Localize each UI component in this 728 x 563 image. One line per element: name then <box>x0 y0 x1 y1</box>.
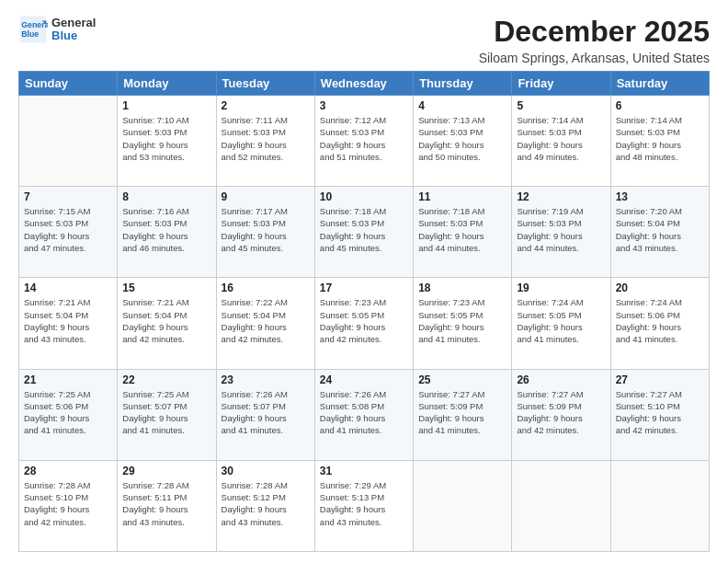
calendar-week-row: 14Sunrise: 7:21 AM Sunset: 5:04 PM Dayli… <box>19 278 710 369</box>
calendar-week-row: 1Sunrise: 7:10 AM Sunset: 5:03 PM Daylig… <box>19 96 710 187</box>
calendar-cell: 4Sunrise: 7:13 AM Sunset: 5:03 PM Daylig… <box>414 96 512 187</box>
svg-text:Blue: Blue <box>21 29 39 39</box>
day-number: 2 <box>222 99 310 112</box>
title-area: December 2025 Siloam Springs, Arkansas, … <box>479 15 710 65</box>
day-info: Sunrise: 7:13 AM Sunset: 5:03 PM Dayligh… <box>418 114 506 163</box>
calendar-cell: 1Sunrise: 7:10 AM Sunset: 5:03 PM Daylig… <box>118 96 216 187</box>
day-number: 10 <box>320 190 408 203</box>
calendar-cell: 28Sunrise: 7:28 AM Sunset: 5:10 PM Dayli… <box>19 460 118 551</box>
weekday-header: Sunday <box>19 72 118 96</box>
day-number: 29 <box>122 465 210 477</box>
calendar-cell <box>610 460 709 551</box>
calendar-cell: 10Sunrise: 7:18 AM Sunset: 5:03 PM Dayli… <box>314 187 413 278</box>
day-info: Sunrise: 7:28 AM Sunset: 5:10 PM Dayligh… <box>24 479 112 528</box>
day-number: 19 <box>517 282 605 294</box>
calendar-week-row: 28Sunrise: 7:28 AM Sunset: 5:10 PM Dayli… <box>19 460 710 551</box>
day-number: 15 <box>122 282 210 294</box>
calendar-cell: 6Sunrise: 7:14 AM Sunset: 5:03 PM Daylig… <box>610 96 709 187</box>
day-info: Sunrise: 7:12 AM Sunset: 5:03 PM Dayligh… <box>320 114 408 163</box>
calendar-cell: 22Sunrise: 7:25 AM Sunset: 5:07 PM Dayli… <box>118 369 216 460</box>
day-number: 17 <box>320 282 408 294</box>
day-number: 27 <box>616 373 704 386</box>
day-number: 23 <box>222 373 310 386</box>
day-info: Sunrise: 7:23 AM Sunset: 5:05 PM Dayligh… <box>418 296 506 345</box>
calendar-cell: 27Sunrise: 7:27 AM Sunset: 5:10 PM Dayli… <box>610 369 709 460</box>
calendar-week-row: 7Sunrise: 7:15 AM Sunset: 5:03 PM Daylig… <box>19 187 710 278</box>
day-info: Sunrise: 7:25 AM Sunset: 5:06 PM Dayligh… <box>24 388 112 437</box>
calendar-cell: 18Sunrise: 7:23 AM Sunset: 5:05 PM Dayli… <box>414 278 512 369</box>
day-info: Sunrise: 7:10 AM Sunset: 5:03 PM Dayligh… <box>122 114 210 163</box>
day-info: Sunrise: 7:25 AM Sunset: 5:07 PM Dayligh… <box>122 388 210 437</box>
calendar-cell: 2Sunrise: 7:11 AM Sunset: 5:03 PM Daylig… <box>216 96 314 187</box>
day-number: 5 <box>517 99 605 112</box>
calendar-cell <box>512 460 610 551</box>
logo: General Blue General Blue <box>18 15 96 44</box>
day-info: Sunrise: 7:27 AM Sunset: 5:09 PM Dayligh… <box>418 388 506 437</box>
calendar-cell: 15Sunrise: 7:21 AM Sunset: 5:04 PM Dayli… <box>118 278 216 369</box>
calendar-cell: 11Sunrise: 7:18 AM Sunset: 5:03 PM Dayli… <box>414 187 512 278</box>
calendar-cell: 30Sunrise: 7:28 AM Sunset: 5:12 PM Dayli… <box>216 460 314 551</box>
day-number: 14 <box>24 282 112 294</box>
day-info: Sunrise: 7:24 AM Sunset: 5:05 PM Dayligh… <box>517 296 605 345</box>
day-number: 7 <box>24 190 112 203</box>
weekday-header: Wednesday <box>314 72 413 96</box>
day-number: 13 <box>616 190 704 203</box>
day-info: Sunrise: 7:11 AM Sunset: 5:03 PM Dayligh… <box>222 114 310 163</box>
weekday-header: Monday <box>118 72 216 96</box>
weekday-header: Thursday <box>414 72 512 96</box>
calendar-cell: 26Sunrise: 7:27 AM Sunset: 5:09 PM Dayli… <box>512 369 610 460</box>
day-info: Sunrise: 7:15 AM Sunset: 5:03 PM Dayligh… <box>24 205 112 254</box>
calendar-cell: 7Sunrise: 7:15 AM Sunset: 5:03 PM Daylig… <box>19 187 118 278</box>
day-number: 16 <box>222 282 310 294</box>
calendar-header-row: SundayMondayTuesdayWednesdayThursdayFrid… <box>19 72 710 96</box>
day-number: 31 <box>320 465 408 477</box>
calendar-cell: 14Sunrise: 7:21 AM Sunset: 5:04 PM Dayli… <box>19 278 118 369</box>
day-info: Sunrise: 7:26 AM Sunset: 5:08 PM Dayligh… <box>320 388 408 437</box>
day-number: 12 <box>517 190 605 203</box>
calendar-cell: 9Sunrise: 7:17 AM Sunset: 5:03 PM Daylig… <box>216 187 314 278</box>
calendar-cell: 31Sunrise: 7:29 AM Sunset: 5:13 PM Dayli… <box>314 460 413 551</box>
day-info: Sunrise: 7:14 AM Sunset: 5:03 PM Dayligh… <box>616 114 704 163</box>
calendar-cell: 3Sunrise: 7:12 AM Sunset: 5:03 PM Daylig… <box>314 96 413 187</box>
calendar-table: SundayMondayTuesdayWednesdayThursdayFrid… <box>18 71 710 552</box>
calendar-week-row: 21Sunrise: 7:25 AM Sunset: 5:06 PM Dayli… <box>19 369 710 460</box>
day-info: Sunrise: 7:22 AM Sunset: 5:04 PM Dayligh… <box>222 296 310 345</box>
day-info: Sunrise: 7:26 AM Sunset: 5:07 PM Dayligh… <box>222 388 310 437</box>
day-info: Sunrise: 7:17 AM Sunset: 5:03 PM Dayligh… <box>222 205 310 254</box>
page-subtitle: Siloam Springs, Arkansas, United States <box>479 51 710 65</box>
day-number: 26 <box>517 373 605 386</box>
day-number: 9 <box>222 190 310 203</box>
day-info: Sunrise: 7:18 AM Sunset: 5:03 PM Dayligh… <box>418 205 506 254</box>
calendar-cell: 20Sunrise: 7:24 AM Sunset: 5:06 PM Dayli… <box>610 278 709 369</box>
page-title: December 2025 <box>479 15 710 49</box>
day-info: Sunrise: 7:29 AM Sunset: 5:13 PM Dayligh… <box>320 479 408 528</box>
day-info: Sunrise: 7:19 AM Sunset: 5:03 PM Dayligh… <box>517 205 605 254</box>
day-number: 28 <box>24 465 112 477</box>
calendar-cell <box>414 460 512 551</box>
weekday-header: Saturday <box>610 72 709 96</box>
calendar-cell: 23Sunrise: 7:26 AM Sunset: 5:07 PM Dayli… <box>216 369 314 460</box>
day-number: 3 <box>320 99 408 112</box>
day-info: Sunrise: 7:27 AM Sunset: 5:10 PM Dayligh… <box>616 388 704 437</box>
day-number: 22 <box>122 373 210 386</box>
day-number: 21 <box>24 373 112 386</box>
day-number: 18 <box>418 282 506 294</box>
day-info: Sunrise: 7:24 AM Sunset: 5:06 PM Dayligh… <box>616 296 704 345</box>
day-info: Sunrise: 7:21 AM Sunset: 5:04 PM Dayligh… <box>24 296 112 345</box>
day-number: 24 <box>320 373 408 386</box>
day-info: Sunrise: 7:14 AM Sunset: 5:03 PM Dayligh… <box>517 114 605 163</box>
header: General Blue General Blue December 2025 … <box>18 15 710 65</box>
day-number: 20 <box>616 282 704 294</box>
day-info: Sunrise: 7:16 AM Sunset: 5:03 PM Dayligh… <box>122 205 210 254</box>
day-number: 25 <box>418 373 506 386</box>
calendar-cell: 29Sunrise: 7:28 AM Sunset: 5:11 PM Dayli… <box>118 460 216 551</box>
calendar-cell: 12Sunrise: 7:19 AM Sunset: 5:03 PM Dayli… <box>512 187 610 278</box>
day-number: 11 <box>418 190 506 203</box>
day-info: Sunrise: 7:21 AM Sunset: 5:04 PM Dayligh… <box>122 296 210 345</box>
calendar-cell: 8Sunrise: 7:16 AM Sunset: 5:03 PM Daylig… <box>118 187 216 278</box>
weekday-header: Tuesday <box>216 72 314 96</box>
day-number: 8 <box>122 190 210 203</box>
calendar-cell: 21Sunrise: 7:25 AM Sunset: 5:06 PM Dayli… <box>19 369 118 460</box>
calendar-cell: 19Sunrise: 7:24 AM Sunset: 5:05 PM Dayli… <box>512 278 610 369</box>
day-info: Sunrise: 7:20 AM Sunset: 5:04 PM Dayligh… <box>616 205 704 254</box>
